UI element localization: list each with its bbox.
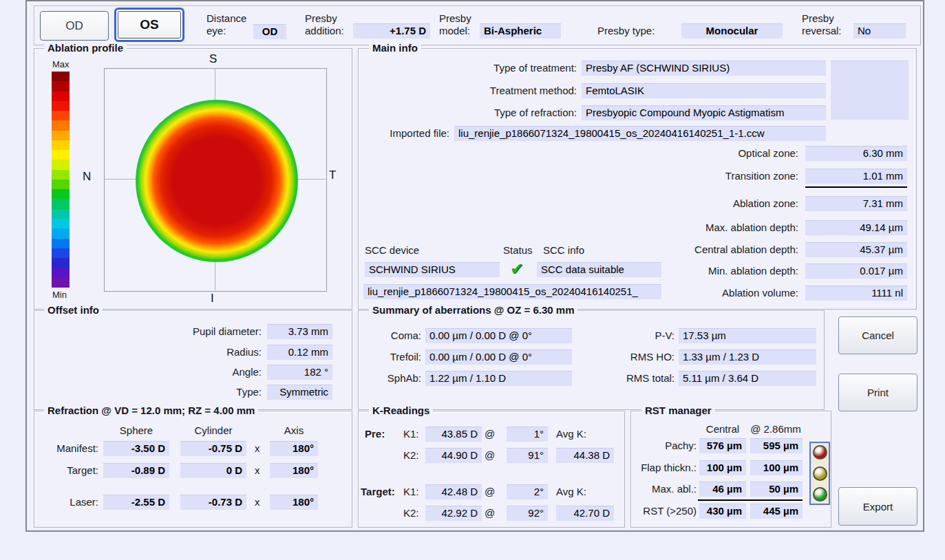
scc-device-header: SCC device xyxy=(365,243,419,258)
manifest-axis-value: 180° xyxy=(270,441,318,456)
sphab-label: SphAb: xyxy=(363,371,421,386)
colorbar-band xyxy=(52,189,70,199)
pre-k2-at-label: @ xyxy=(485,448,495,463)
colorbar-band xyxy=(52,219,70,228)
colorbar-band xyxy=(52,111,70,120)
max-ablation-depth-label: Max. ablation depth: xyxy=(619,220,798,235)
sphab-value: 1.22 µm / 1.10 D xyxy=(425,371,572,386)
zone-sum-line xyxy=(805,186,907,188)
pupil-diameter-value: 3.73 mm xyxy=(267,324,332,339)
target-k2-axis-value: 92° xyxy=(507,506,548,521)
ablation-zone-value: 7.31 mm xyxy=(805,196,907,211)
laser-label: Laser: xyxy=(38,495,98,510)
target-k2-value: 42.92 D xyxy=(425,506,482,521)
offset-angle-label: Angle: xyxy=(89,365,262,380)
optical-zone-label: Optical zone: xyxy=(619,146,798,161)
rst-manager-title: RST manager xyxy=(641,405,715,416)
rms-total-label: RMS total: xyxy=(606,371,675,386)
optical-zone-value: 6.30 mm xyxy=(805,146,907,161)
transition-zone-value[interactable]: 1.01 mm xyxy=(805,169,907,184)
print-button[interactable]: Print xyxy=(838,374,917,411)
colorbar xyxy=(52,72,70,288)
trefoil-label: Trefoil: xyxy=(363,349,421,365)
refraction-title: Refraction @ VD = 12.0 mm; RZ = 4.00 mm xyxy=(44,405,258,416)
offset-info-title: Offset info xyxy=(44,305,103,316)
manifest-cylinder-value: -0.75 D xyxy=(180,441,246,456)
pre-k2-label: K2: xyxy=(403,448,419,463)
max-abl-label: Max. abl.: xyxy=(630,482,697,497)
distance-eye-label: Distance eye: xyxy=(206,12,246,37)
presby-addition-label: Presby addition: xyxy=(305,12,344,37)
axis-label-inferior: I xyxy=(211,292,214,305)
colorbar-band xyxy=(52,170,70,180)
scc-status-header: Status xyxy=(503,243,533,258)
offset-radius-label: Radius: xyxy=(89,345,262,360)
presby-addition-value: +1.75 D xyxy=(353,23,430,39)
pupil-diameter-label: Pupil diameter: xyxy=(89,324,262,339)
max-ablation-depth-value: 49.14 µm xyxy=(805,220,907,235)
target-avg-k-value: 42.70 D xyxy=(556,506,614,521)
transition-zone-label: Transition zone: xyxy=(619,169,798,184)
pachy-central-value: 576 µm xyxy=(699,438,746,453)
manifest-x-label: x xyxy=(255,441,260,456)
colorbar-band xyxy=(52,150,70,160)
offset-radius-value: 0.12 mm xyxy=(267,345,332,360)
type-of-refraction-value: Presbyopic Compound Myopic Astigmatism xyxy=(582,105,826,120)
cancel-button[interactable]: Cancel xyxy=(838,316,917,354)
traffic-light xyxy=(809,442,830,505)
type-of-refraction-label: Type of refraction: xyxy=(420,105,577,120)
colorbar-band xyxy=(52,101,70,111)
scc-device-value: SCHWIND SIRIUS xyxy=(365,262,500,277)
axis-label-nasal: N xyxy=(83,170,91,184)
info-side-box xyxy=(831,61,909,120)
trefoil-value: 0.00 µm / 0.00 D @ 0° xyxy=(425,349,572,365)
colorbar-band xyxy=(52,248,70,258)
type-of-treatment-value: Presby AF (SCHWIND SIRIUS) xyxy=(582,61,826,76)
main-info-title: Main info xyxy=(369,43,421,54)
laser-axis-value: 180° xyxy=(270,495,318,510)
target-label: Target: xyxy=(38,463,98,478)
manifest-label: Manifest: xyxy=(38,441,98,456)
presby-reversal-label: Presby reversal: xyxy=(802,12,842,37)
colorbar-band xyxy=(52,160,70,169)
treatment-method-value: FemtoLASIK xyxy=(582,83,826,98)
export-button[interactable]: Export xyxy=(838,487,917,526)
colorbar-min-label: Min xyxy=(52,290,67,301)
os-button[interactable]: OS xyxy=(118,11,181,39)
ablation-map xyxy=(136,100,298,262)
pachy-at-value: 595 µm xyxy=(750,438,803,453)
presby-type-value: Monocular xyxy=(681,23,783,39)
cylinder-column-header: Cylinder xyxy=(180,423,246,438)
rst-at-column-header: @ 2.86mm xyxy=(747,422,804,437)
axis-label-temporal: T xyxy=(329,169,336,182)
central-ablation-depth-value: 45.37 µm xyxy=(805,242,907,257)
presby-type-label: Presby type: xyxy=(597,23,655,39)
max-abl-at-value: 50 µm xyxy=(750,482,803,497)
colorbar-band xyxy=(52,268,70,277)
target-k1-at-label: @ xyxy=(485,484,495,499)
pre-avg-k-value: 44.38 D xyxy=(556,448,614,463)
traffic-light-green-icon xyxy=(813,487,827,502)
laser-x-label: x xyxy=(255,495,260,510)
target-k2-at-label: @ xyxy=(485,506,495,521)
colorbar-band xyxy=(52,180,70,189)
pre-k2-axis-value: 91° xyxy=(507,448,548,463)
pachy-label: Pachy: xyxy=(630,438,697,453)
pre-k1-at-label: @ xyxy=(485,427,495,442)
pre-k2-value: 44.90 D xyxy=(425,448,482,463)
rms-ho-label: RMS HO: xyxy=(606,349,675,365)
scc-status-ok-icon: ✔ xyxy=(510,261,524,277)
target-sphere-value: -0.89 D xyxy=(103,463,169,478)
imported-file-value: liu_renjie_p1866071324_19800415_os_20240… xyxy=(454,126,826,141)
od-button[interactable]: OD xyxy=(40,11,109,41)
offset-type-value: Symmetric xyxy=(267,385,332,400)
colorbar-band xyxy=(52,278,70,288)
colorbar-band xyxy=(52,120,70,130)
rst-sum-line xyxy=(698,499,803,501)
max-abl-central-value: 46 µm xyxy=(699,482,746,497)
axis-label-superior: S xyxy=(209,52,217,66)
pre-label: Pre: xyxy=(365,427,385,442)
central-ablation-depth-label: Central ablation depth: xyxy=(619,242,798,257)
laser-cylinder-value: -0.73 D xyxy=(180,495,246,510)
colorbar-band xyxy=(52,209,70,219)
